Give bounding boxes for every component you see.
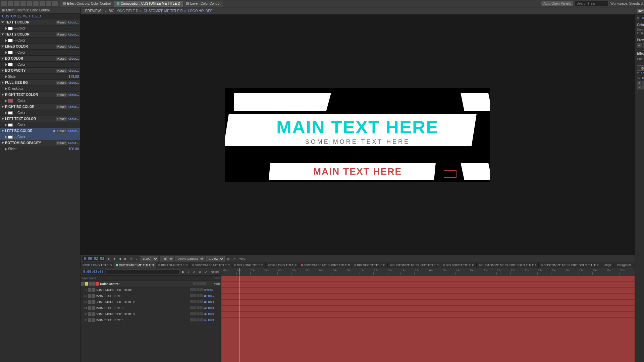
undo-icon[interactable] <box>27 1 32 6</box>
section-lefttextcolor[interactable]: LEFT TEXT COLOR Reset About... <box>0 116 80 122</box>
lc3-9[interactable] <box>197 288 200 291</box>
tl-tab-biglongf[interactable]: BIG LONG TITLE F <box>266 262 299 268</box>
type-icon-33[interactable] <box>92 318 95 322</box>
rightbgcolor-dash[interactable]: — <box>13 111 17 115</box>
expand-bgopacity[interactable] <box>1 70 4 71</box>
lc3-cc[interactable] <box>200 282 203 285</box>
open-icon[interactable] <box>14 1 19 6</box>
text-icon[interactable] <box>46 1 51 6</box>
breadcrumb-biglong[interactable]: BIG LONG TITLE D <box>109 9 138 13</box>
eye-icon-9[interactable] <box>88 288 91 292</box>
reset-bottombgopacity[interactable]: Reset <box>56 141 67 145</box>
tl-audio-btn[interactable]: ♪ <box>187 270 191 274</box>
bgopacity-value[interactable]: 179.00 <box>68 75 79 78</box>
lc4-24[interactable] <box>200 306 203 309</box>
about-righttextcolor[interactable]: About... <box>68 93 79 97</box>
layer-row-colorcontrol[interactable]: Color Control None <box>80 281 221 287</box>
expand-righttextcolor-color[interactable] <box>5 100 7 102</box>
playhead[interactable] <box>239 268 240 275</box>
expand-bgcolor[interactable] <box>1 58 4 59</box>
tl-tab-solotitle2[interactable]: CUSTOMIZE ME SHORT SOLO TITLE 2 <box>539 262 601 268</box>
lock-icon-cc[interactable] <box>92 282 96 286</box>
play-button[interactable]: ▶ <box>107 257 111 261</box>
ts-italic-btn[interactable]: T <box>642 81 644 85</box>
tl-tab-align[interactable]: Align <box>602 263 613 267</box>
section-fullsizebg[interactable]: FULL SIZE BG Reset About... <box>0 80 80 86</box>
type-icon-13[interactable] <box>92 294 95 298</box>
tl-tab-paragraph[interactable]: Paragraph <box>615 263 633 267</box>
tl-tab-biglongc[interactable]: BIG LONG TITLE C <box>156 262 190 268</box>
tab-layer[interactable]: Layer: Color Control <box>183 1 223 7</box>
expand-rightbgcolor[interactable] <box>1 106 4 108</box>
lc2-13[interactable] <box>193 294 196 297</box>
layer-row-24[interactable]: 24 MAIN TEXT HERE 2 22: text3 <box>80 305 221 311</box>
expand-text1color-color[interactable] <box>5 27 7 30</box>
section-righttextcolor[interactable]: RIGHT TEXT COLOR Reset About... <box>0 92 80 98</box>
solo-icon-cc[interactable] <box>89 282 92 286</box>
search-input[interactable] <box>575 1 608 6</box>
ts-size-value[interactable]: 100 <box>640 71 644 75</box>
menu-icon[interactable] <box>1 1 7 6</box>
reset-text1color[interactable]: Reset <box>56 20 67 24</box>
expand-lefttextcolor[interactable] <box>1 118 4 120</box>
loop-button[interactable]: ↺ <box>129 257 134 261</box>
ts-bold-btn[interactable]: T <box>637 81 642 85</box>
expand-fullsizebg[interactable] <box>1 82 4 83</box>
section-leftbgcolor[interactable]: LEFT BG COLOR Reset About... <box>0 128 80 134</box>
tl-tab-biglong[interactable]: BIG LONG TITLE D <box>80 262 114 268</box>
linescolor-dash[interactable]: — <box>13 51 17 54</box>
about-rightbgcolor[interactable]: About... <box>68 105 79 109</box>
about-lefttextcolor[interactable]: About... <box>68 117 79 121</box>
type-icon-24[interactable] <box>92 306 95 310</box>
pv-start-btn[interactable]: ⏮ <box>637 43 642 48</box>
zoom-select[interactable]: 1(100) <box>140 256 158 261</box>
tl-tab-customizec[interactable]: CUSTOMIZE ME TITLE C <box>190 262 232 268</box>
reset-linescolor[interactable]: Reset <box>56 45 67 49</box>
expand-text2color[interactable] <box>1 34 4 35</box>
tl-tab-customize[interactable]: CUSTOMIZE ME TITLE D <box>114 262 156 268</box>
section-linescolor[interactable]: LINES COLOR Reset About... <box>0 44 80 50</box>
lc3-24[interactable] <box>197 306 200 309</box>
type-icon-21[interactable] <box>92 300 95 304</box>
lc1-13[interactable] <box>190 294 193 297</box>
lc2-30[interactable] <box>193 312 196 315</box>
section-rightbgcolor[interactable]: RIGHT BG COLOR Reset About... <box>0 104 80 110</box>
reset-label[interactable]: Reset <box>210 270 220 274</box>
mute-button[interactable]: ♪ <box>135 257 139 261</box>
linescolor-swatch[interactable] <box>8 51 13 54</box>
lc4-cc[interactable] <box>203 282 206 285</box>
text1color-swatch[interactable] <box>8 27 13 30</box>
about-bottombgopacity[interactable]: About... <box>68 141 79 145</box>
next-frame[interactable]: ▶ <box>123 257 128 261</box>
lc2-cc[interactable] <box>197 282 200 285</box>
layer-row-33[interactable]: 33 MAIN TEXT HERE 3 31: text5 <box>80 317 221 323</box>
comp-tab-preview[interactable]: PREVIEW <box>83 9 103 13</box>
tl-settings-btn[interactable]: ⚙ <box>198 270 202 274</box>
tl-tab-bigshortb[interactable]: BIG SHORT TITLE B <box>352 262 388 268</box>
reset-fullsizebg[interactable]: Reset <box>56 81 67 85</box>
about-text2color[interactable]: About... <box>68 33 79 36</box>
layer-row-9[interactable]: 9 SOME MORE TEXT HERE fb: text2 <box>80 287 221 293</box>
about-bgcolor[interactable]: About... <box>68 57 79 60</box>
color-icon-cc[interactable] <box>96 282 99 286</box>
shape-icon[interactable] <box>52 1 58 6</box>
section-bottombgopacity[interactable]: BOTTOM BG OPACITY Reset About... <box>0 140 80 146</box>
section-bgcolor[interactable]: BG COLOR Reset About... <box>0 56 80 62</box>
layer-row-30[interactable]: 30 SOME MORE TEXT HERE 3 2b: text6 <box>80 311 221 317</box>
rightbgcolor-swatch[interactable] <box>8 111 13 115</box>
lc2-9[interactable] <box>193 288 196 291</box>
expand-linescolor-color[interactable] <box>5 51 7 54</box>
lc1-24[interactable] <box>190 306 193 309</box>
tl-tab-bigshortc[interactable]: BIG SHORT TITLE C <box>441 262 477 268</box>
about-text1color[interactable]: About... <box>68 21 79 24</box>
eye-icon-30[interactable] <box>88 312 91 316</box>
bgcolor-swatch[interactable] <box>8 63 13 66</box>
eye-icon-24[interactable] <box>88 306 91 310</box>
prev-frame[interactable]: ◀ <box>118 257 122 261</box>
expand-text2color-color[interactable] <box>5 39 7 42</box>
lefttextcolor-swatch[interactable] <box>8 123 13 127</box>
type-icon-9[interactable] <box>92 288 95 292</box>
section-bgopacity[interactable]: BG OPACITY Reset About... <box>0 68 80 74</box>
about-fullsizebg[interactable]: About... <box>68 81 79 84</box>
reset-bgcolor[interactable]: Reset <box>56 57 67 61</box>
